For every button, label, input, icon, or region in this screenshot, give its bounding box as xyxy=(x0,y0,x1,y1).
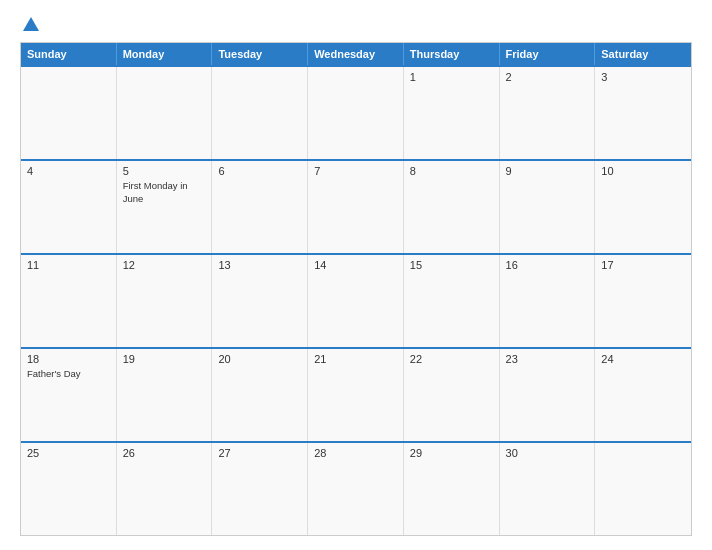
day-number: 14 xyxy=(314,259,397,271)
calendar-cell-5-5: 29 xyxy=(404,443,500,535)
day-number: 26 xyxy=(123,447,206,459)
day-number: 7 xyxy=(314,165,397,177)
weekday-header-friday: Friday xyxy=(500,43,596,65)
day-number: 11 xyxy=(27,259,110,271)
day-number: 29 xyxy=(410,447,493,459)
day-number: 12 xyxy=(123,259,206,271)
day-number: 16 xyxy=(506,259,589,271)
day-number: 13 xyxy=(218,259,301,271)
weekday-header-tuesday: Tuesday xyxy=(212,43,308,65)
weekday-header-monday: Monday xyxy=(117,43,213,65)
calendar-cell-1-4 xyxy=(308,67,404,159)
calendar-cell-3-5: 15 xyxy=(404,255,500,347)
calendar-header-row: SundayMondayTuesdayWednesdayThursdayFrid… xyxy=(21,43,691,65)
day-number: 28 xyxy=(314,447,397,459)
calendar-cell-3-7: 17 xyxy=(595,255,691,347)
calendar-cell-1-1 xyxy=(21,67,117,159)
calendar-body: 12345First Monday in June678910111213141… xyxy=(21,65,691,535)
calendar-cell-2-2: 5First Monday in June xyxy=(117,161,213,253)
day-number: 10 xyxy=(601,165,685,177)
calendar-cell-3-2: 12 xyxy=(117,255,213,347)
calendar-cell-3-6: 16 xyxy=(500,255,596,347)
calendar-cell-2-7: 10 xyxy=(595,161,691,253)
calendar-cell-1-6: 2 xyxy=(500,67,596,159)
calendar-week-2: 45First Monday in June678910 xyxy=(21,159,691,253)
day-number: 25 xyxy=(27,447,110,459)
day-number: 2 xyxy=(506,71,589,83)
weekday-header-saturday: Saturday xyxy=(595,43,691,65)
calendar-cell-2-5: 8 xyxy=(404,161,500,253)
calendar-week-1: 123 xyxy=(21,65,691,159)
calendar-cell-5-3: 27 xyxy=(212,443,308,535)
calendar-cell-4-6: 23 xyxy=(500,349,596,441)
logo-triangle-icon xyxy=(23,17,39,31)
calendar-cell-3-4: 14 xyxy=(308,255,404,347)
day-number: 1 xyxy=(410,71,493,83)
logo xyxy=(20,18,42,32)
calendar-cell-2-6: 9 xyxy=(500,161,596,253)
calendar-cell-5-7 xyxy=(595,443,691,535)
day-number: 6 xyxy=(218,165,301,177)
calendar-page: SundayMondayTuesdayWednesdayThursdayFrid… xyxy=(0,0,712,550)
calendar-cell-4-1: 18Father's Day xyxy=(21,349,117,441)
calendar-cell-1-3 xyxy=(212,67,308,159)
weekday-header-thursday: Thursday xyxy=(404,43,500,65)
day-number: 18 xyxy=(27,353,110,365)
calendar-cell-4-5: 22 xyxy=(404,349,500,441)
calendar-cell-4-4: 21 xyxy=(308,349,404,441)
day-number: 19 xyxy=(123,353,206,365)
calendar-cell-5-6: 30 xyxy=(500,443,596,535)
weekday-header-sunday: Sunday xyxy=(21,43,117,65)
calendar-cell-4-7: 24 xyxy=(595,349,691,441)
day-number: 3 xyxy=(601,71,685,83)
calendar-cell-2-1: 4 xyxy=(21,161,117,253)
calendar-cell-1-2 xyxy=(117,67,213,159)
day-number: 22 xyxy=(410,353,493,365)
calendar-cell-3-1: 11 xyxy=(21,255,117,347)
calendar-cell-1-5: 1 xyxy=(404,67,500,159)
calendar-cell-4-3: 20 xyxy=(212,349,308,441)
calendar-week-5: 252627282930 xyxy=(21,441,691,535)
calendar-cell-1-7: 3 xyxy=(595,67,691,159)
day-event: Father's Day xyxy=(27,368,81,379)
day-number: 15 xyxy=(410,259,493,271)
day-number: 17 xyxy=(601,259,685,271)
day-number: 8 xyxy=(410,165,493,177)
day-event: First Monday in June xyxy=(123,180,188,204)
day-number: 9 xyxy=(506,165,589,177)
calendar-week-3: 11121314151617 xyxy=(21,253,691,347)
calendar-cell-2-3: 6 xyxy=(212,161,308,253)
calendar-cell-5-1: 25 xyxy=(21,443,117,535)
day-number: 23 xyxy=(506,353,589,365)
calendar-cell-4-2: 19 xyxy=(117,349,213,441)
calendar-week-4: 18Father's Day192021222324 xyxy=(21,347,691,441)
day-number: 4 xyxy=(27,165,110,177)
day-number: 24 xyxy=(601,353,685,365)
calendar-cell-3-3: 13 xyxy=(212,255,308,347)
calendar-cell-5-2: 26 xyxy=(117,443,213,535)
day-number: 20 xyxy=(218,353,301,365)
day-number: 30 xyxy=(506,447,589,459)
day-number: 27 xyxy=(218,447,301,459)
page-header xyxy=(20,18,692,32)
day-number: 21 xyxy=(314,353,397,365)
day-number: 5 xyxy=(123,165,206,177)
calendar-grid: SundayMondayTuesdayWednesdayThursdayFrid… xyxy=(20,42,692,536)
weekday-header-wednesday: Wednesday xyxy=(308,43,404,65)
calendar-cell-2-4: 7 xyxy=(308,161,404,253)
calendar-cell-5-4: 28 xyxy=(308,443,404,535)
